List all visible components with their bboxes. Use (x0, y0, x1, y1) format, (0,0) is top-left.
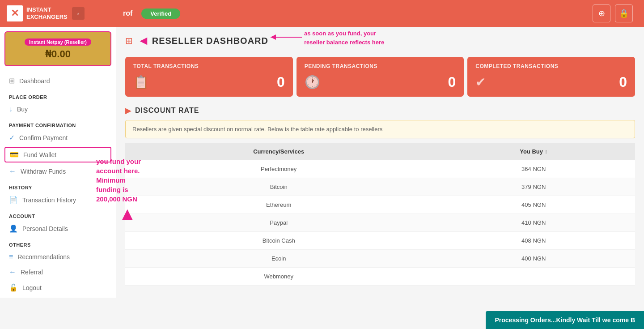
sidebar-item-recommendations[interactable]: ≡ Recommendations (0, 249, 116, 265)
lock-icon-button[interactable]: 🔒 (615, 4, 633, 22)
cell-rate: 405 NGN (432, 196, 635, 214)
sidebar-item-buy[interactable]: ↓ Buy (0, 102, 116, 117)
sidebar-item-fund-wallet[interactable]: 💳 Fund Wallet (4, 147, 111, 162)
document-icon: 📄 (9, 196, 18, 204)
cell-rate: 400 NGN (432, 250, 635, 268)
header-icons: ⊕ 🔒 (593, 4, 633, 22)
sidebar-item-label: Referral (21, 269, 43, 276)
stat-card-total-title: TOTAL TRANSACTIONS (133, 63, 285, 69)
logo-box: ✕ INSTANT EXCHANGERS (7, 5, 68, 21)
discount-section: ▶ DISCOUNT RATE Resellers are given spec… (116, 101, 644, 290)
logo-area: ✕ INSTANT EXCHANGERS ‹ (7, 5, 114, 21)
list-icon: ≡ (9, 253, 13, 261)
stat-card-total: TOTAL TRANSACTIONS 📋 0 (125, 57, 293, 97)
section-title-payment-confirmation: PAYMENT CONFIRMATION (0, 119, 116, 130)
section-title-others: OTHERS (0, 239, 116, 249)
top-header: ✕ INSTANT EXCHANGERS ‹ rof Verified ⊕ 🔒 (0, 0, 644, 27)
discount-section-title: DISCOUNT RATE (135, 107, 199, 115)
discount-section-header: ▶ DISCOUNT RATE (125, 106, 635, 115)
stat-card-completed-value: 0 (619, 74, 627, 90)
sidebar-nav: ⊞ Dashboard PLACE ORDER ↓ Buy PAYMENT CO… (0, 71, 116, 298)
stat-card-pending-value: 0 (448, 74, 456, 90)
col-header-currency: Currency/Services (125, 143, 432, 160)
balance-card: Instant Netpay (Reseller) ₦0.00 (4, 31, 111, 66)
cell-rate: 364 NGN (432, 160, 635, 178)
section-arrow-icon: ▶ (125, 106, 131, 115)
rate-table: Currency/Services You Buy ↑ Perfectmoney… (125, 143, 635, 286)
dashboard-grid-icon: ⊞ (125, 35, 133, 46)
sidebar-item-confirm-payment[interactable]: ✓ Confirm Payment (0, 130, 116, 145)
stat-card-pending: PENDING TRANSACTIONS 🕐 0 (297, 57, 464, 97)
sidebar-item-label: Dashboard (19, 77, 50, 85)
sidebar: Instant Netpay (Reseller) ₦0.00 ⊞ Dashbo… (0, 27, 116, 298)
cell-currency: Paypal (125, 214, 432, 232)
sidebar-item-label: Personal Details (22, 225, 68, 232)
discount-info-banner: Resellers are given special discount on … (125, 120, 635, 138)
username-label: rof (123, 9, 132, 17)
logo-text: INSTANT EXCHANGERS (26, 6, 68, 20)
table-row: Paypal410 NGN (125, 214, 635, 232)
sidebar-item-withdraw-funds[interactable]: ← Withdraw Funds (0, 164, 116, 179)
balance-annotation-arrow (268, 30, 304, 44)
stat-card-total-body: 📋 0 (133, 74, 285, 90)
sidebar-toggle-button[interactable]: ‹ (72, 7, 85, 20)
cell-currency: Ethereum (125, 196, 432, 214)
cell-rate: 408 NGN (432, 232, 635, 250)
sidebar-item-referral[interactable]: ← Referral (0, 265, 116, 280)
sidebar-item-dashboard[interactable]: ⊞ Dashboard (0, 73, 116, 89)
table-row: Bitcoin379 NGN (125, 178, 635, 196)
table-row: Ecoin400 NGN (125, 250, 635, 268)
table-header-row: Currency/Services You Buy ↑ (125, 143, 635, 160)
card-icon: 💳 (10, 150, 19, 159)
stat-card-completed-body: ✔ 0 (475, 74, 627, 90)
table-row: Bitcoin Cash408 NGN (125, 232, 635, 250)
cell-currency: Perfectmoney (125, 160, 432, 178)
cell-currency: Ecoin (125, 250, 432, 268)
stats-row: TOTAL TRANSACTIONS 📋 0 PENDING TRANSACTI… (116, 52, 644, 101)
checkmark-icon: ✓ (9, 133, 15, 142)
sidebar-item-label: Logout (22, 284, 42, 291)
cell-rate: 379 NGN (432, 178, 635, 196)
stat-card-total-value: 0 (277, 74, 285, 90)
section-title-place-order: PLACE ORDER (0, 91, 116, 102)
table-row: Webmoney (125, 268, 635, 286)
dashboard-header: ⊞ ◄ RESELLER DASHBOARD as soon as you fu… (116, 27, 644, 52)
stat-card-pending-body: 🕐 0 (305, 74, 456, 90)
balance-annotation: as soon as you fund, yourreseller balanc… (304, 29, 384, 47)
checkmark-completed-icon: ✔ (475, 75, 486, 90)
sidebar-item-transaction-history[interactable]: 📄 Transaction History (0, 192, 116, 208)
cell-currency: Webmoney (125, 268, 432, 286)
verified-badge: Verified (141, 9, 180, 19)
section-title-account: ACCOUNT (0, 210, 116, 221)
sidebar-item-personal-details[interactable]: 👤 Personal Details (0, 221, 116, 236)
clock-icon: 🕐 (305, 75, 320, 90)
table-row: Ethereum405 NGN (125, 196, 635, 214)
stat-card-pending-title: PENDING TRANSACTIONS (305, 63, 456, 69)
table-row: Perfectmoney364 NGN (125, 160, 635, 178)
sidebar-item-logout[interactable]: 🔓 Logout (0, 280, 116, 295)
header-middle: rof Verified (114, 9, 593, 19)
stat-card-completed-title: COMPLETED TRANSACTIONS (475, 63, 627, 69)
main-layout: Instant Netpay (Reseller) ₦0.00 ⊞ Dashbo… (0, 27, 644, 329)
col-header-rate: You Buy ↑ (432, 143, 635, 160)
processing-banner: Processing Orders...Kindly Wait Till we … (486, 311, 644, 329)
sidebar-item-label: Transaction History (22, 197, 76, 204)
android-icon-button[interactable]: ⊕ (593, 4, 610, 22)
referral-arrow-icon: ← (9, 268, 16, 276)
doc-icon: 📋 (133, 75, 149, 90)
sidebar-item-label: Buy (17, 106, 28, 113)
cell-currency: Bitcoin (125, 178, 432, 196)
sidebar-item-label: Fund Wallet (23, 151, 56, 158)
logout-icon: 🔓 (9, 283, 18, 292)
left-arrow-icon: ← (9, 167, 16, 175)
dashboard-title: RESELLER DASHBOARD (152, 36, 268, 46)
dashboard-arrow-icon: ◄ (137, 34, 150, 48)
dashboard-header-wrapper: ⊞ ◄ RESELLER DASHBOARD as soon as you fu… (116, 27, 644, 52)
sidebar-item-label: Confirm Payment (19, 134, 68, 141)
section-title-history: HISTORY (0, 181, 116, 192)
sidebar-wrapper: Instant Netpay (Reseller) ₦0.00 ⊞ Dashbo… (0, 27, 116, 329)
cell-rate: 410 NGN (432, 214, 635, 232)
sidebar-item-label: Recommendations (17, 253, 70, 261)
sidebar-item-label: Withdraw Funds (21, 168, 66, 175)
user-icon: 👤 (9, 224, 18, 233)
